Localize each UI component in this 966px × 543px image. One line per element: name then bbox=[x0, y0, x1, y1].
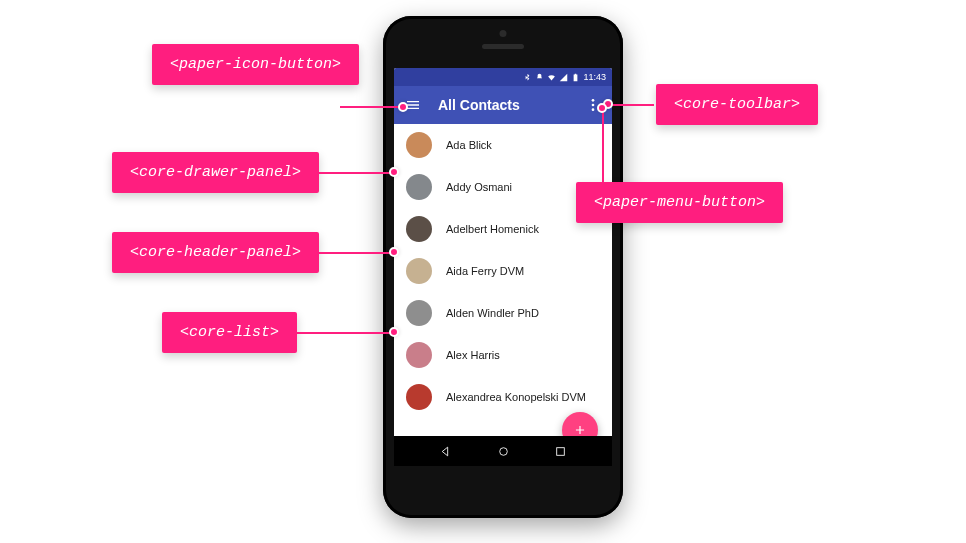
callout-paper-menu-button: <paper-menu-button> bbox=[576, 182, 783, 223]
diagram-stage: 11:43 All Contacts Ada Blick bbox=[0, 0, 966, 543]
connector bbox=[306, 252, 394, 254]
callout-text: <core-list> bbox=[180, 324, 279, 341]
phone-screen: 11:43 All Contacts Ada Blick bbox=[394, 68, 612, 466]
list-item[interactable]: Aida Ferry DVM bbox=[394, 250, 612, 292]
callout-core-header-panel: <core-header-panel> bbox=[112, 232, 319, 273]
wifi-icon bbox=[547, 73, 556, 82]
silent-icon bbox=[535, 73, 544, 82]
list-item[interactable]: Alden Windler PhD bbox=[394, 292, 612, 334]
svg-point-2 bbox=[592, 108, 595, 111]
callout-dot bbox=[389, 167, 399, 177]
avatar bbox=[406, 384, 432, 410]
list-item[interactable]: Alex Harris bbox=[394, 334, 612, 376]
callout-tail bbox=[359, 58, 373, 72]
callout-dot bbox=[597, 103, 607, 113]
status-time: 11:43 bbox=[583, 72, 606, 82]
svg-point-1 bbox=[592, 104, 595, 107]
svg-point-3 bbox=[499, 447, 507, 455]
callout-core-drawer-panel: <core-drawer-panel> bbox=[112, 152, 319, 193]
contact-name: Aida Ferry DVM bbox=[446, 265, 524, 277]
callout-dot bbox=[398, 102, 408, 112]
phone-camera bbox=[500, 30, 507, 37]
contact-name: Alden Windler PhD bbox=[446, 307, 539, 319]
avatar bbox=[406, 132, 432, 158]
callout-dot bbox=[389, 247, 399, 257]
contact-name: Alexandrea Konopelski DVM bbox=[446, 391, 586, 403]
callout-core-toolbar: <core-toolbar> bbox=[656, 84, 818, 125]
callout-core-list: <core-list> bbox=[162, 312, 297, 353]
connector bbox=[608, 104, 654, 106]
callout-text: <core-toolbar> bbox=[674, 96, 800, 113]
nav-back-icon[interactable] bbox=[439, 445, 452, 458]
connector bbox=[340, 106, 400, 108]
callout-text: <paper-icon-button> bbox=[170, 56, 341, 73]
bluetooth-icon bbox=[523, 73, 532, 82]
avatar bbox=[406, 216, 432, 242]
phone-speaker bbox=[482, 44, 524, 49]
svg-point-0 bbox=[592, 99, 595, 102]
avatar bbox=[406, 342, 432, 368]
contact-name: Addy Osmani bbox=[446, 181, 512, 193]
callout-text: <paper-menu-button> bbox=[594, 194, 765, 211]
contact-name: Adelbert Homenick bbox=[446, 223, 539, 235]
contact-name: Ada Blick bbox=[446, 139, 492, 151]
toolbar-title: All Contacts bbox=[438, 97, 582, 113]
core-list: Ada Blick Addy Osmani Adelbert Homenick … bbox=[394, 124, 612, 418]
connector bbox=[304, 172, 394, 174]
avatar bbox=[406, 258, 432, 284]
android-nav-bar bbox=[394, 436, 612, 466]
callout-dot bbox=[389, 327, 399, 337]
avatar bbox=[406, 174, 432, 200]
callout-text: <core-header-panel> bbox=[130, 244, 301, 261]
battery-icon bbox=[571, 73, 580, 82]
contact-name: Alex Harris bbox=[446, 349, 500, 361]
svg-rect-4 bbox=[557, 447, 565, 455]
android-status-bar: 11:43 bbox=[394, 68, 612, 86]
avatar bbox=[406, 300, 432, 326]
list-item[interactable]: Ada Blick bbox=[394, 124, 612, 166]
signal-icon bbox=[559, 73, 568, 82]
nav-home-icon[interactable] bbox=[497, 445, 510, 458]
add-icon bbox=[573, 423, 587, 437]
callout-text: <core-drawer-panel> bbox=[130, 164, 301, 181]
callout-paper-icon-button: <paper-icon-button> bbox=[152, 44, 359, 85]
nav-recent-icon[interactable] bbox=[554, 445, 567, 458]
connector bbox=[286, 332, 394, 334]
callout-tail bbox=[562, 196, 576, 210]
connector bbox=[602, 108, 604, 186]
phone-frame: 11:43 All Contacts Ada Blick bbox=[383, 16, 623, 518]
core-toolbar: All Contacts bbox=[394, 86, 612, 124]
